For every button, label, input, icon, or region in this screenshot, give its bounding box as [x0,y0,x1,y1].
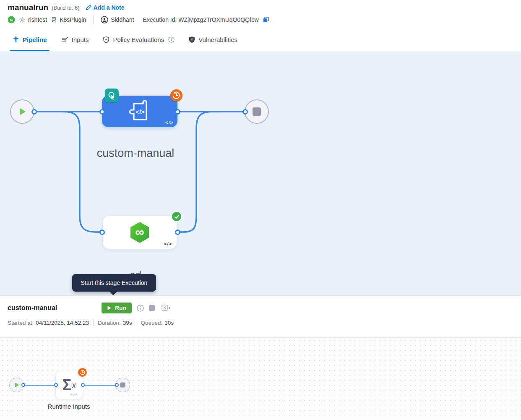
project-breadcrumb[interactable]: rishtest [19,16,47,23]
stage-details-bar: custom-manual Run Started at: 04/11/2025… [0,295,521,337]
info-circle-icon [168,37,175,43]
svg-text:</>: </> [135,108,145,115]
meta-divider [93,319,94,326]
tab-bar: Pipeline Inputs Policy Evaluations Vulne… [0,28,521,51]
runtime-inputs-label[interactable]: Runtime Inputs [27,403,111,410]
gear-icon [19,16,26,23]
link-point[interactable] [31,109,37,115]
link-point[interactable] [115,383,119,387]
code-tag: </> [164,241,172,246]
tab-label: Vulnerabilities [198,36,237,43]
link-point[interactable] [242,109,248,115]
build-id-label: (Build Id: 6) [52,5,79,11]
connection-wires [0,51,521,295]
pipeline-canvas[interactable]: </> </> ∞ </> [0,51,521,295]
meta-divider [136,319,136,326]
vulnerabilities-shield-icon [189,36,195,43]
tab-pipeline[interactable]: Pipeline [8,28,52,51]
pipeline-tab-icon [13,36,19,43]
tab-vulnerabilities[interactable]: Vulnerabilities [184,28,242,51]
timer-badge-icon [170,89,182,102]
inputs-tab-icon [61,36,68,43]
abort-exit-icon[interactable] [162,305,171,311]
queued-label: Queued: [141,320,162,326]
svg-text:∞: ∞ [135,225,144,239]
policy-shield-icon [103,36,109,43]
stop-square-icon[interactable] [149,305,155,311]
header-title-row: manualrun (Build Id: 6) Add a Note [0,0,521,13]
harness-cd-icon: ∞ [129,221,151,244]
stage-label-custom-manual[interactable]: custom-manual [68,147,203,160]
stop-icon [252,107,262,117]
stage-meta-row: Started at: 04/11/2025, 14:52:23 Duratio… [8,319,513,326]
sigma-icon: Σ [63,378,72,393]
started-at-label: Started at: [8,320,34,326]
template-name: K8sPlugin [60,16,86,23]
play-icon [18,107,27,116]
page-title: manualrun [8,3,48,12]
code-tag: </> [71,393,77,397]
run-tooltip: Start this stage Execution [72,274,156,292]
custom-stage-icon: </> [129,100,151,123]
tab-policy-evaluations[interactable]: Policy Evaluations [98,28,180,51]
user-name: Siddhant [111,16,134,23]
duration-label: Duration: [98,320,121,326]
link-point[interactable] [21,383,25,387]
stage-actions-row: custom-manual Run [8,302,513,314]
header-breadcrumb-row: ∞ rishtest K8sPlugin Siddhant Execution … [0,13,521,28]
svg-text:∞: ∞ [10,18,13,22]
link-point[interactable] [54,383,58,387]
stage-node-cd[interactable]: ∞ </> [103,216,177,249]
link-point[interactable] [99,109,105,115]
info-icon[interactable] [137,305,144,312]
user-icon [101,16,108,23]
tab-label: Inputs [72,36,89,43]
run-button[interactable]: Run [102,303,132,313]
manual-trigger-badge-icon [105,89,119,102]
user-breadcrumb: Siddhant [101,16,134,23]
code-tag: </> [165,120,173,125]
link-point[interactable] [81,383,85,387]
tab-inputs[interactable]: Inputs [56,28,94,51]
add-note-label: Add a Note [94,4,125,11]
stage-name: custom-manual [8,304,102,312]
play-icon [14,382,19,388]
delegate-icon [51,16,57,23]
copy-icon[interactable] [263,16,269,23]
link-point[interactable] [175,109,180,115]
harness-pipeline-icon: ∞ [8,16,15,23]
success-check-icon [171,211,182,222]
add-note-button[interactable]: Add a Note [86,4,125,11]
pipeline-start-node[interactable] [10,99,34,124]
stop-icon [120,382,125,388]
vertical-divider [93,16,94,24]
link-point[interactable] [175,230,180,235]
run-play-icon [107,305,112,310]
started-at-value: 04/11/2025, 14:52:23 [36,320,89,326]
timer-badge-icon [78,368,87,377]
execution-id-label: Execution Id: WZjMpzg2TrOXmUqO0QQfbw [143,16,258,23]
tooltip-text: Start this stage Execution [81,279,148,286]
template-breadcrumb[interactable]: K8sPlugin [51,16,86,23]
run-button-label: Run [115,305,126,311]
stage-execution-canvas[interactable]: Σx </> Runtime Inputs [0,337,521,420]
execution-header: manualrun (Build Id: 6) Add a Note ∞ ris… [0,0,521,28]
sigma-x-glyph: x [72,381,76,390]
duration-value: 39s [123,320,132,326]
queued-value: 30s [164,320,174,326]
pencil-icon [86,5,91,10]
pipeline-end-node[interactable] [245,99,269,124]
tab-label: Pipeline [23,36,47,43]
tab-label: Policy Evaluations [113,36,164,43]
link-point[interactable] [99,230,105,235]
project-name: rishtest [28,16,47,23]
